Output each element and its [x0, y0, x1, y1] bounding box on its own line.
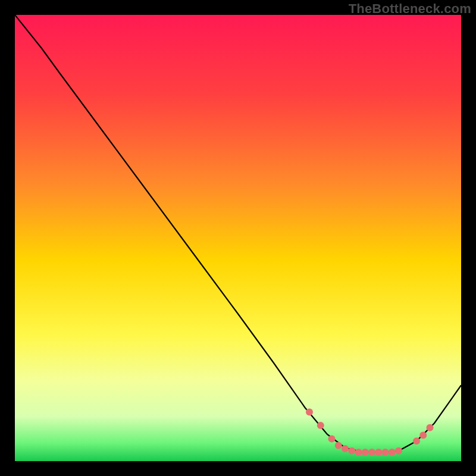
marker-dot — [375, 449, 382, 456]
marker-dot — [362, 449, 369, 456]
marker-dot — [335, 442, 342, 449]
marker-dot — [348, 447, 355, 455]
gradient-background — [15, 15, 461, 461]
plot-area — [15, 15, 461, 461]
chart-stage: TheBottleneck.com — [0, 0, 476, 476]
marker-dot — [306, 409, 313, 416]
marker-dot — [317, 422, 324, 429]
marker-dot — [342, 445, 349, 452]
marker-dot — [427, 424, 434, 431]
marker-dot — [395, 447, 402, 455]
marker-dot — [328, 436, 336, 443]
marker-dot — [355, 449, 362, 456]
marker-dot — [419, 432, 427, 439]
marker-dot — [389, 449, 396, 456]
marker-dot — [368, 449, 375, 456]
chart-svg — [15, 15, 461, 461]
marker-dot — [382, 449, 389, 456]
marker-dot — [413, 437, 420, 444]
